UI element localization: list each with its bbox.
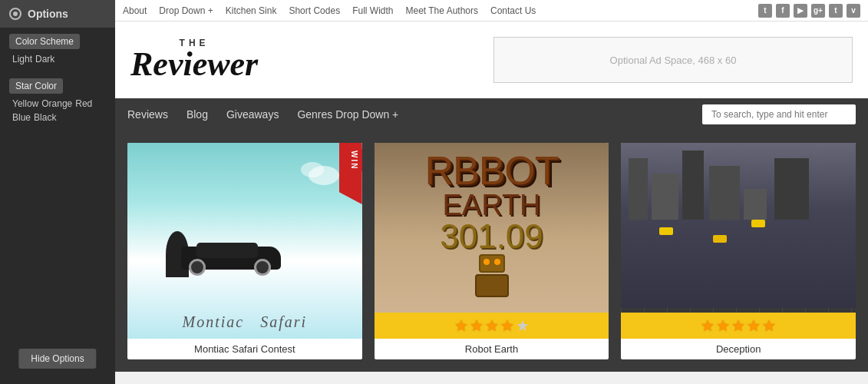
hide-options-button[interactable]: Hide Options [18,349,96,369]
top-nav: About Drop Down + Kitchen Sink Short Cod… [115,0,868,22]
social-facebook[interactable]: f [776,4,790,18]
nav-kitchen-sink[interactable]: Kitchen Sink [226,5,277,16]
main-nav-genres[interactable]: Genres Drop Down + [297,105,398,124]
nav-about[interactable]: About [123,5,147,16]
star-color-items: Yellow Orange Red Blue Black [9,98,106,127]
star-color-blue[interactable]: Blue [12,112,31,123]
main-nav: Reviews Blog Giveaways Genres Drop Down … [115,98,868,131]
deception-stars-overlay: ★ ★ ★ ★ ★ [621,313,856,339]
nav-short-codes[interactable]: Short Codes [289,5,340,16]
social-twitter[interactable]: t [758,4,772,18]
star-3: ★ [485,316,499,335]
book-title-deception: Deception [710,339,767,359]
options-header: Options [0,0,115,28]
options-title: Options [28,8,68,20]
book-title-robot-earth: Robot Earth [459,339,524,359]
book-card-montiac: WIN Montiac Safari [127,143,362,359]
nav-contact-us[interactable]: Contact Us [490,5,536,16]
social-icons: t f ▶ g+ t v [758,4,860,18]
site-logo[interactable]: THE Reviewer [130,38,258,81]
star-color-label: Star Color [9,78,63,94]
book-image-montiac[interactable]: WIN Montiac Safari [127,143,362,339]
color-scheme-label: Color Scheme [9,34,80,49]
book-card-deception: ★ ★ ★ ★ ★ Deception [621,143,856,359]
book-image-deception[interactable]: ★ ★ ★ ★ ★ [621,143,856,339]
star-5-empty: ★ [516,316,530,335]
robot-stars-overlay: ★ ★ ★ ★ ★ [375,313,609,339]
card1-script-text: Montiac Safari [127,313,362,331]
book-grid: WIN Montiac Safari [115,131,868,372]
star-2: ★ [470,316,484,335]
options-panel: Options Color Scheme Light Dark Star Col… [0,0,115,384]
d-star-3: ★ [731,316,745,335]
social-youtube[interactable]: ▶ [794,4,807,18]
win-badge: WIN [346,149,362,171]
main-nav-reviews[interactable]: Reviews [127,105,168,124]
d-star-1: ★ [701,316,715,335]
social-google[interactable]: g+ [811,4,825,18]
ad-text: Optional Ad Space, 468 x 60 [610,55,737,66]
book-image-robot-earth[interactable]: RBBOT EARTH 301.09 ★ ★ ★ ★ [375,143,609,339]
main-content: About Drop Down + Kitchen Sink Short Cod… [115,0,868,384]
logo-reviewer: Reviewer [130,45,258,83]
star-color-black[interactable]: Black [34,112,56,123]
nav-dropdown[interactable]: Drop Down + [159,5,213,16]
star-4: ★ [500,316,514,335]
robot-earth-title: RBBOT EARTH 301.09 [375,151,609,253]
ad-space: Optional Ad Space, 468 x 60 [493,37,853,83]
color-scheme-light[interactable]: Light [12,54,32,65]
color-scheme-dark[interactable]: Dark [35,54,54,65]
star-color-section: Star Color Yellow Orange Red Blue Black [0,72,115,131]
gear-icon [9,8,21,20]
logo-ad-area: THE Reviewer Optional Ad Space, 468 x 60 [115,22,868,98]
social-vimeo[interactable]: v [847,4,860,18]
nav-meet-authors[interactable]: Meet The Authors [405,5,478,16]
social-tumblr[interactable]: t [829,4,843,18]
nav-full-width[interactable]: Full Width [352,5,393,16]
star-color-red[interactable]: Red [75,98,92,109]
color-scheme-items: Light Dark [9,54,106,69]
color-scheme-section: Color Scheme Light Dark [0,28,115,72]
d-star-4: ★ [747,316,761,335]
main-nav-blog[interactable]: Blog [186,105,208,124]
book-title-montiac: Montiac Safari Contest [188,339,302,359]
star-color-yellow[interactable]: Yellow [12,98,38,109]
book-card-robot-earth: RBBOT EARTH 301.09 ★ ★ ★ ★ [375,143,609,359]
d-star-5: ★ [762,316,776,335]
d-star-2: ★ [716,316,730,335]
search-input[interactable] [702,104,856,124]
main-nav-giveaways[interactable]: Giveaways [226,105,279,124]
star-color-orange[interactable]: Orange [41,98,72,109]
top-nav-links: About Drop Down + Kitchen Sink Short Cod… [123,5,536,16]
star-1: ★ [454,316,468,335]
